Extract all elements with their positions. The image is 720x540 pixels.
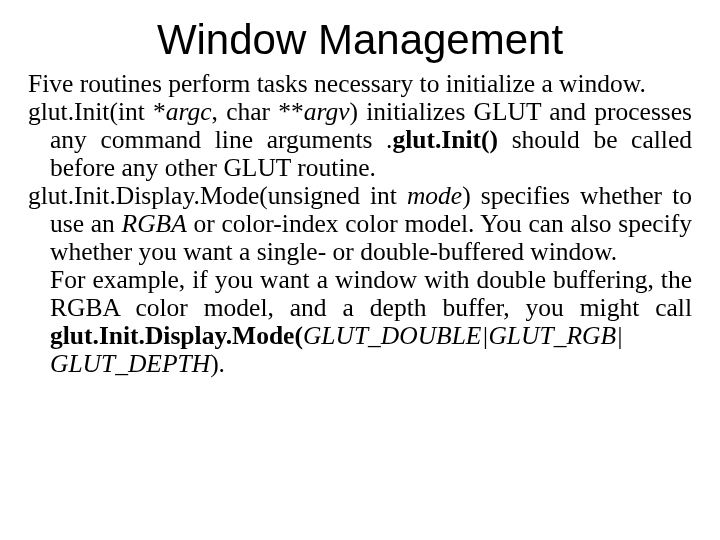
text: glut.Init.Display.Mode(unsigned int: [28, 181, 407, 210]
text: ).: [210, 349, 225, 378]
func-glutinit: glut.Init(): [392, 125, 498, 154]
text: glut.Init(int *: [28, 97, 166, 126]
text: , char **: [212, 97, 304, 126]
para-displaymode: glut.Init.Display.Mode(unsigned int mode…: [28, 182, 692, 266]
para-intro: Five routines perform tasks necessary to…: [28, 70, 692, 98]
arg-mode: mode: [407, 181, 462, 210]
text: For example, if you want a window with d…: [50, 265, 692, 322]
term-rgba: RGBA: [122, 209, 187, 238]
func-displaymode: glut.Init.Display.Mode(: [50, 321, 303, 350]
body-text: Five routines perform tasks necessary to…: [28, 70, 692, 379]
arg-argc: argc: [166, 97, 212, 126]
arg-argv: argv: [304, 97, 350, 126]
para-example: For example, if you want a window with d…: [28, 266, 692, 378]
page-title: Window Management: [28, 16, 692, 64]
para-glutinit: glut.Init(int *argc, char **argv) initia…: [28, 98, 692, 182]
